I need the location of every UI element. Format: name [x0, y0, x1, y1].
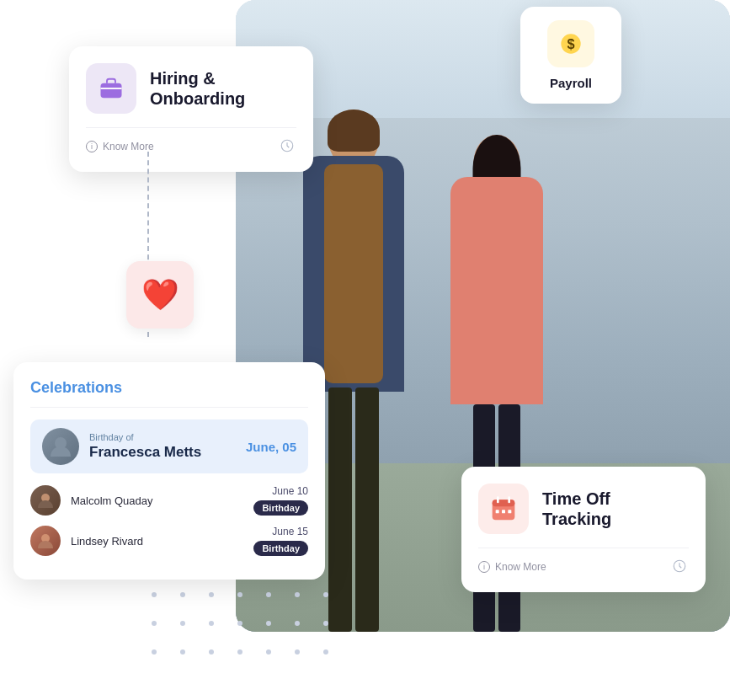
birthday-row-malcolm: Malcolm Quaday June 10 Birthday — [30, 485, 308, 516]
info-icon-timeoff: i — [478, 561, 490, 573]
avatar-malcolm — [30, 485, 61, 516]
lindsey-name: Lindsey Rivard — [71, 535, 243, 548]
briefcase-icon — [86, 63, 136, 114]
clock-icon — [280, 138, 296, 155]
dollar-icon: $ — [547, 20, 594, 67]
timeoff-card-title: Time Off Tracking — [542, 489, 611, 529]
malcolm-date: June 10 — [272, 485, 308, 497]
payroll-card: $ Payroll — [520, 7, 621, 104]
calendar-icon — [478, 484, 529, 534]
featured-name: Francesca Metts — [89, 444, 236, 461]
heart-card: ❤️ — [126, 261, 194, 329]
svg-text:$: $ — [567, 36, 574, 51]
heart-icon: ❤️ — [141, 277, 179, 313]
birthday-of-label: Birthday of — [89, 432, 236, 442]
celebrations-title: Celebrations — [30, 379, 308, 397]
card-divider — [30, 407, 308, 408]
avatar-francesca — [42, 428, 79, 465]
info-icon: i — [86, 141, 98, 152]
hiring-onboarding-card: Hiring & Onboarding i Know More — [69, 46, 313, 172]
featured-birthday-row: Birthday of Francesca Metts June, 05 — [30, 419, 308, 473]
svg-rect-13 — [502, 510, 505, 513]
svg-rect-14 — [508, 510, 511, 513]
lindsey-badge: Birthday — [253, 541, 308, 556]
celebrations-card: Celebrations Birthday of Francesca Metts… — [13, 362, 325, 580]
svg-rect-12 — [496, 510, 499, 513]
timeoff-card: Time Off Tracking i Know More — [461, 467, 706, 592]
payroll-title: Payroll — [550, 76, 592, 90]
malcolm-name: Malcolm Quaday — [71, 494, 243, 507]
svg-rect-9 — [493, 500, 515, 506]
timeoff-know-more-link[interactable]: i Know More — [478, 561, 546, 573]
dot-grid — [152, 592, 340, 666]
know-more-link[interactable]: i Know More — [86, 141, 154, 152]
birthday-row-lindsey: Lindsey Rivard June 15 Birthday — [30, 526, 308, 556]
avatar-lindsey — [30, 526, 61, 556]
clock-icon-timeoff — [672, 558, 689, 575]
svg-rect-0 — [101, 83, 122, 99]
lindsey-date: June 15 — [272, 526, 308, 537]
hiring-card-title: Hiring & Onboarding — [150, 68, 245, 109]
featured-date: June, 05 — [246, 440, 296, 454]
malcolm-badge: Birthday — [253, 500, 308, 516]
